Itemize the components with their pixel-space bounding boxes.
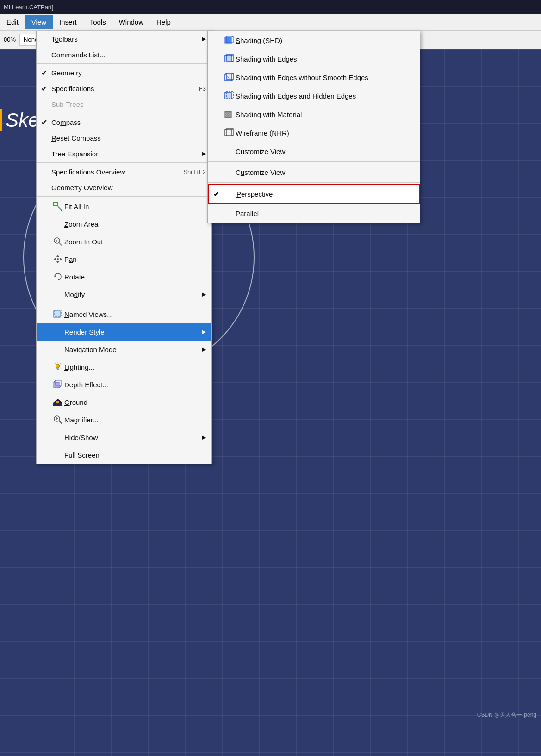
menu-item-customize-view-2[interactable]: Customize View: [208, 163, 420, 181]
label-named-views: Named Views...: [64, 310, 206, 318]
label-magnifier: Magnifier...: [64, 416, 206, 424]
menu-item-shading-material[interactable]: Shading with Material: [208, 105, 420, 124]
menu-item-rotate[interactable]: Rotate: [37, 268, 211, 285]
svg-rect-20: [56, 368, 59, 369]
menu-item-navigation-mode[interactable]: Navigation Mode ▶: [37, 341, 211, 358]
menu-item-zoom-in-out[interactable]: + Zoom In Out: [37, 233, 211, 250]
arrow-hide-show: ▶: [202, 434, 206, 440]
label-pan: Pan: [64, 255, 206, 263]
divider-render-1: [208, 161, 420, 162]
menu-item-ground[interactable]: Ground: [37, 393, 211, 411]
label-reset-compass: Reset Compass: [51, 134, 206, 142]
label-shading-hidden: Shading with Edges and Hidden Edges: [236, 92, 413, 100]
menu-item-full-screen[interactable]: Full Screen: [37, 446, 211, 464]
menu-help[interactable]: Help: [150, 15, 177, 29]
icon-customize-view-2: [223, 167, 236, 178]
menu-item-depth-effect[interactable]: Depth Effect...: [37, 376, 211, 393]
menu-item-render-style[interactable]: Render Style ▶: [37, 323, 211, 341]
menu-item-tree-expansion[interactable]: Tree Expansion ▶: [37, 146, 211, 161]
label-shading-shd: Shading (SHD): [236, 37, 413, 44]
svg-marker-6: [56, 255, 59, 257]
divider-5: [37, 304, 211, 304]
shortcut-spec-overview: Shift+F2: [183, 168, 206, 175]
menu-item-shading-hidden[interactable]: Shading with Edges and Hidden Edges: [208, 87, 420, 105]
label-zoom-area: Zoom Area: [64, 220, 206, 228]
label-ground: Ground: [64, 398, 206, 406]
divider-4: [37, 196, 211, 197]
title-bar: MLLearn.CATPart]: [0, 0, 541, 14]
svg-text:+: +: [56, 239, 58, 243]
menu-item-specifications[interactable]: ✔ Specifications F3: [37, 81, 211, 96]
menu-item-pan[interactable]: Pan: [37, 250, 211, 268]
menu-item-reset-compass[interactable]: Reset Compass: [37, 130, 211, 146]
svg-line-31: [59, 421, 62, 424]
menu-item-spec-overview[interactable]: Specifications Overview Shift+F2: [37, 164, 211, 180]
svg-rect-0: [54, 202, 57, 206]
icon-render-style: [51, 326, 64, 337]
menu-tools[interactable]: Tools: [83, 15, 112, 29]
menu-item-commands-list[interactable]: Commands List...: [37, 47, 211, 62]
icon-shading-material: [223, 109, 236, 120]
menu-item-lighting[interactable]: Lighting...: [37, 358, 211, 376]
label-shading-edges-no-smooth: Shading with Edges without Smooth Edges: [236, 74, 413, 81]
arrow-navigation-mode: ▶: [202, 346, 206, 353]
label-lighting: Lighting...: [64, 363, 206, 371]
label-customize-view-2: Customize View: [236, 168, 413, 176]
icon-magnifier: [51, 414, 64, 425]
menu-item-hide-show[interactable]: Hide/Show ▶: [37, 428, 211, 446]
icon-modify: [51, 289, 64, 300]
menu-item-customize-view-1[interactable]: Customize View: [208, 142, 420, 161]
menu-item-geom-overview[interactable]: Geometry Overview: [37, 180, 211, 195]
icon-named-views: [51, 309, 64, 320]
icon-parallel: [223, 208, 236, 219]
label-hide-show: Hide/Show: [64, 434, 200, 441]
icon-depth-effect: [51, 379, 64, 390]
divider-3: [37, 162, 211, 163]
menu-item-wireframe[interactable]: Wireframe (NHR): [208, 124, 420, 142]
icon-navigation-mode: [51, 344, 64, 355]
label-depth-effect: Depth Effect...: [64, 381, 206, 389]
label-geometry: Geometry: [51, 69, 206, 77]
icon-hide-show: [51, 432, 64, 443]
label-zoom-in-out: Zoom In Out: [64, 238, 206, 246]
svg-marker-8: [54, 258, 56, 260]
label-render-style: Render Style: [64, 328, 200, 336]
svg-rect-29: [56, 401, 59, 403]
svg-point-14: [56, 364, 60, 368]
label-subtrees: Sub-Trees: [51, 100, 206, 108]
menu-item-modify[interactable]: Modify ▶: [37, 285, 211, 303]
menu-item-compass[interactable]: ✔ Compass: [37, 114, 211, 130]
svg-line-16: [60, 363, 61, 364]
svg-line-26: [59, 386, 61, 388]
divider-render-2: [208, 182, 420, 183]
menu-item-parallel[interactable]: Parallel: [208, 204, 420, 223]
menu-view[interactable]: View: [25, 15, 53, 29]
menu-item-shading-edges-no-smooth[interactable]: Shading with Edges without Smooth Edges: [208, 68, 420, 87]
menu-edit[interactable]: Edit: [0, 15, 25, 29]
menu-item-fit-all[interactable]: Fit All In: [37, 198, 211, 215]
menu-item-perspective[interactable]: ✔ Perspective: [208, 184, 420, 204]
zoom-label: 00%: [2, 36, 18, 43]
menu-item-named-views[interactable]: Named Views...: [37, 305, 211, 323]
menu-item-shading-shd[interactable]: Shading (SHD): [208, 31, 420, 50]
menu-item-magnifier[interactable]: Magnifier...: [37, 411, 211, 428]
menu-insert[interactable]: Insert: [53, 15, 83, 29]
svg-rect-21: [57, 369, 59, 370]
menu-item-zoom-area[interactable]: Zoom Area: [37, 215, 211, 233]
svg-line-4: [59, 243, 62, 246]
render-style-submenu: Shading (SHD) Shading with Edges: [207, 31, 420, 223]
shortcut-specifications: F3: [199, 85, 206, 92]
menu-item-shading-edges[interactable]: Shading with Edges: [208, 50, 420, 68]
icon-zoom-area: [51, 218, 64, 229]
menu-item-geometry[interactable]: ✔ Geometry: [37, 65, 211, 81]
icon-pan: [51, 254, 64, 265]
icon-customize-view-1: [223, 146, 236, 157]
arrow-toolbars: ▶: [202, 36, 206, 42]
label-customize-view-1: Customize View: [236, 148, 413, 155]
menu-item-toolbars[interactable]: Toolbars ▶: [37, 31, 211, 47]
menu-window[interactable]: Window: [112, 15, 150, 29]
svg-line-25: [59, 380, 61, 382]
icon-ground: [51, 397, 64, 408]
divider-2: [37, 113, 211, 113]
icon-fit-all: [51, 201, 64, 212]
